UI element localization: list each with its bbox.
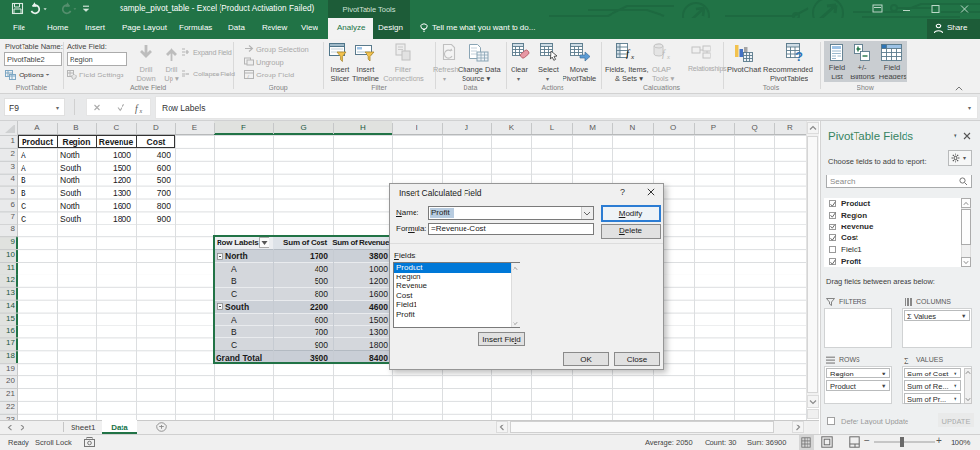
svg-text:f: f — [662, 48, 666, 59]
svg-text:f: f — [135, 104, 139, 114]
svg-text:Σ: Σ — [904, 356, 909, 364]
svg-text:x: x — [139, 108, 143, 114]
svg-text:x: x — [666, 53, 670, 60]
svg-text:7: 7 — [247, 74, 251, 79]
svg-text:?: ? — [795, 49, 803, 63]
svg-text:x: x — [630, 53, 635, 61]
